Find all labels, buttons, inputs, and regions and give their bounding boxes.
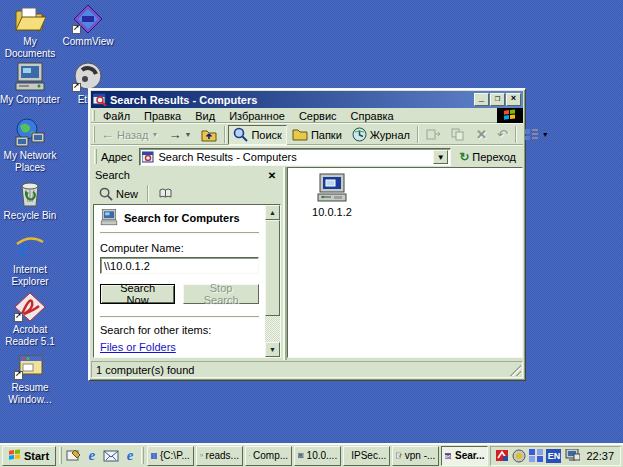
search-toolbar-button[interactable]: Поиск (228, 125, 286, 145)
desktop-icon-internet-explorer[interactable]: e Internet Explorer (0, 232, 62, 288)
divider (100, 232, 259, 234)
toolbar-grip[interactable] (92, 110, 95, 121)
quick-launch-browser[interactable]: e (122, 446, 138, 466)
computer-name-label: Computer Name: (100, 242, 259, 254)
new-search-icon (99, 187, 113, 201)
computer-result-icon (316, 173, 348, 203)
computer-task-icon (249, 450, 250, 461)
taskbar-grip[interactable] (141, 447, 144, 464)
help-book-button[interactable] (153, 185, 178, 203)
task-button-computer[interactable]: Comp... (245, 446, 292, 466)
minimize-button[interactable]: _ (474, 93, 489, 106)
search-pane-close-icon[interactable]: ✕ (265, 170, 279, 181)
status-bar: 1 computer(s) found (91, 361, 523, 378)
search-pane: Search ✕ New Search for Computers (91, 167, 285, 360)
start-button[interactable]: Start (2, 446, 56, 466)
menu-help[interactable]: Справка (344, 109, 401, 123)
forward-button[interactable]: → ▼ (163, 125, 196, 145)
menu-favorites[interactable]: Избранное (222, 109, 292, 123)
copy-to-button[interactable] (446, 125, 471, 145)
new-search-button[interactable]: New (94, 185, 143, 203)
task-button-reads[interactable]: reads... (196, 446, 243, 466)
forward-dropdown-icon: ▼ (184, 131, 191, 138)
clock[interactable]: 22:37 (586, 450, 614, 462)
title-bar[interactable]: Search Results - Computers _ ❐ × (91, 91, 523, 108)
menu-edit[interactable]: Правка (137, 109, 188, 123)
maximize-button[interactable]: ❐ (490, 93, 505, 106)
quick-launch-show-desktop[interactable] (65, 446, 82, 466)
undo-button[interactable]: ↶ (492, 125, 513, 145)
desktop-icon-recycle-bin[interactable]: Recycle Bin (0, 178, 62, 222)
tray-display-icon[interactable] (564, 449, 580, 462)
resize-grip[interactable] (510, 365, 521, 376)
desktop-icon-acrobat-reader[interactable]: Acrobat Reader 5.1 (0, 292, 62, 348)
back-arrow-icon: ← (101, 127, 114, 142)
link-files-or-folders[interactable]: Files or Folders (100, 340, 259, 354)
views-dropdown-icon: ▼ (542, 131, 549, 138)
search-now-button[interactable]: Search Now (100, 284, 175, 304)
toolbar-grip[interactable] (93, 126, 95, 143)
search-computers-icon (100, 209, 118, 226)
menu-view[interactable]: Вид (188, 109, 222, 123)
shortcut-arrow-icon (14, 313, 23, 322)
desktop-icon-resume-window[interactable]: Resume Window... (0, 350, 62, 406)
tray-commview-icon[interactable] (495, 449, 509, 462)
standard-toolbar: ← Назад ▼ → ▼ Поиск Папки Журнал (91, 124, 523, 146)
tray-round-icon[interactable] (512, 449, 526, 463)
toolbar-separator (515, 126, 517, 143)
go-button[interactable]: ↻ Переход (454, 148, 521, 166)
window-main-area: Search ✕ New Search for Computers (91, 167, 523, 360)
desktop-icon-my-documents[interactable]: My Documents (0, 4, 62, 60)
tray-network-grid-icon[interactable] (529, 449, 543, 462)
task-button-ipsec[interactable]: IPSec... (343, 446, 390, 466)
folders-icon (292, 128, 308, 141)
windows-flag-icon (504, 109, 516, 121)
language-indicator[interactable]: EN (546, 449, 561, 463)
up-folder-icon (201, 128, 217, 142)
views-button[interactable]: ▼ (519, 125, 554, 145)
desktop-icon-my-network-places[interactable]: My Network Places (0, 118, 62, 174)
forward-arrow-icon: → (168, 127, 181, 142)
taskbar-grip[interactable] (59, 447, 62, 464)
move-to-button[interactable] (421, 125, 446, 145)
quick-launch-internet-explorer[interactable]: e (84, 446, 100, 466)
results-pane: 10.0.1.2 (287, 167, 523, 358)
system-tray: EN 22:37 (490, 446, 621, 466)
address-dropdown-icon[interactable]: ▼ (433, 150, 448, 164)
scroll-up-icon[interactable]: ▲ (265, 205, 280, 220)
address-value: Search Results - Computers (159, 151, 297, 163)
scroll-down-icon[interactable]: ▼ (265, 342, 280, 357)
task-button-10-0[interactable]: 10.0.... (294, 446, 341, 466)
desktop-icon-my-computer[interactable]: My Computer (0, 62, 62, 106)
task-button-far[interactable]: {C:\P... (147, 446, 194, 466)
delete-button[interactable]: ✕ (471, 125, 492, 145)
mail-icon (103, 450, 119, 462)
history-toolbar-button[interactable]: Журнал (347, 125, 415, 145)
toolbar-grip[interactable] (94, 149, 97, 164)
back-button[interactable]: ← Назад ▼ (96, 125, 163, 145)
search-pane-scrollbar[interactable]: ▲ ▼ (265, 205, 280, 357)
copy-to-icon (451, 128, 466, 141)
delete-icon: ✕ (476, 127, 487, 142)
task-button-vpn[interactable]: vpn -... (392, 446, 439, 466)
result-item-computer[interactable]: 10.0.1.2 (300, 173, 364, 218)
folders-toolbar-button[interactable]: Папки (287, 125, 347, 145)
up-button[interactable] (196, 125, 222, 145)
acrobat-reader-icon (14, 292, 46, 322)
address-combo[interactable]: Search Results - Computers ▼ (139, 148, 452, 166)
desktop-icon-commview[interactable]: CommView (56, 4, 120, 48)
resume-window-icon (14, 350, 46, 380)
quick-launch-outlook-express[interactable] (102, 446, 120, 466)
menu-tools[interactable]: Сервис (292, 109, 344, 123)
computer-name-input[interactable] (100, 257, 259, 274)
result-item-label: 10.0.1.2 (300, 206, 364, 218)
search-window-icon (445, 450, 452, 462)
task-button-search-active[interactable]: Sear... (441, 446, 488, 466)
close-button[interactable]: × (506, 93, 521, 106)
menu-file[interactable]: Файл (96, 109, 137, 123)
address-search-icon (142, 151, 155, 163)
scrollbar-thumb[interactable] (265, 220, 280, 316)
shortcut-arrow-icon (14, 371, 23, 380)
divider (100, 316, 259, 318)
file-manager-icon (151, 450, 157, 462)
